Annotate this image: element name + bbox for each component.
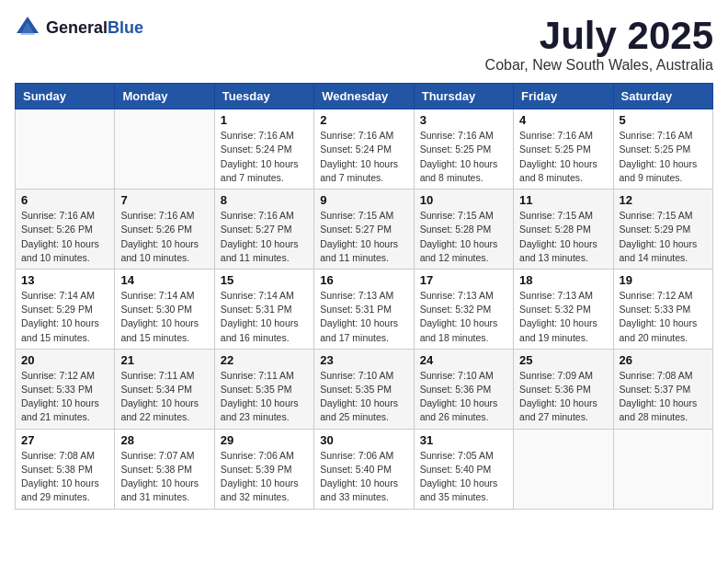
cell-content: Sunrise: 7:16 AMSunset: 5:25 PMDaylight:… [420,129,507,185]
cell-content: Sunrise: 7:06 AMSunset: 5:40 PMDaylight:… [320,449,407,505]
day-number: 23 [320,353,407,367]
day-number: 30 [320,433,407,447]
day-number: 19 [620,273,707,287]
cell-content: Sunrise: 7:15 AMSunset: 5:28 PMDaylight:… [420,209,507,265]
calendar-cell: 15Sunrise: 7:14 AMSunset: 5:31 PMDayligh… [214,269,313,349]
day-number: 28 [120,433,208,447]
cell-content: Sunrise: 7:11 AMSunset: 5:35 PMDaylight:… [221,369,308,425]
cell-content: Sunrise: 7:13 AMSunset: 5:32 PMDaylight:… [420,289,507,345]
calendar-cell: 12Sunrise: 7:15 AMSunset: 5:29 PMDayligh… [613,190,712,270]
calendar-cell: 9Sunrise: 7:15 AMSunset: 5:27 PMDaylight… [314,190,414,270]
day-number: 11 [519,193,607,207]
day-number: 12 [620,193,707,207]
week-row-1: 1Sunrise: 7:16 AMSunset: 5:24 PMDaylight… [16,109,713,190]
cell-content: Sunrise: 7:14 AMSunset: 5:30 PMDaylight:… [120,289,208,345]
weekday-header-saturday: Saturday [613,84,712,109]
day-number: 3 [420,113,507,127]
calendar-table: SundayMondayTuesdayWednesdayThursdayFrid… [15,83,713,509]
day-number: 31 [420,433,507,447]
day-number: 27 [21,433,108,447]
calendar-cell: 22Sunrise: 7:11 AMSunset: 5:35 PMDayligh… [214,349,313,429]
day-number: 22 [221,353,308,367]
calendar-cell [613,429,712,509]
calendar-cell: 21Sunrise: 7:11 AMSunset: 5:34 PMDayligh… [115,349,214,429]
day-number: 5 [620,113,707,127]
week-row-4: 20Sunrise: 7:12 AMSunset: 5:33 PMDayligh… [16,349,713,429]
day-number: 6 [21,193,108,207]
cell-content: Sunrise: 7:16 AMSunset: 5:27 PMDaylight:… [221,209,308,265]
calendar-cell: 10Sunrise: 7:15 AMSunset: 5:28 PMDayligh… [414,190,513,270]
calendar-cell [16,109,115,190]
day-number: 7 [120,193,208,207]
day-number: 4 [519,113,607,127]
cell-content: Sunrise: 7:09 AMSunset: 5:36 PMDaylight:… [519,369,607,425]
calendar-cell: 11Sunrise: 7:15 AMSunset: 5:28 PMDayligh… [514,190,613,270]
calendar-cell: 8Sunrise: 7:16 AMSunset: 5:27 PMDaylight… [214,190,313,270]
calendar-cell: 3Sunrise: 7:16 AMSunset: 5:25 PMDaylight… [414,109,513,190]
calendar-cell: 5Sunrise: 7:16 AMSunset: 5:25 PMDaylight… [613,109,712,190]
calendar-cell: 7Sunrise: 7:16 AMSunset: 5:26 PMDaylight… [115,190,214,270]
cell-content: Sunrise: 7:16 AMSunset: 5:26 PMDaylight:… [21,209,108,265]
calendar-cell: 18Sunrise: 7:13 AMSunset: 5:32 PMDayligh… [514,269,613,349]
day-number: 2 [320,113,407,127]
day-number: 20 [21,353,108,367]
month-title: July 2025 [485,15,713,57]
title-area: July 2025 Cobar, New South Wales, Austra… [485,15,713,74]
calendar-cell: 28Sunrise: 7:07 AMSunset: 5:38 PMDayligh… [115,429,214,509]
weekday-header-thursday: Thursday [414,84,513,109]
week-row-3: 13Sunrise: 7:14 AMSunset: 5:29 PMDayligh… [16,269,713,349]
day-number: 9 [320,193,407,207]
calendar-cell: 26Sunrise: 7:08 AMSunset: 5:37 PMDayligh… [613,349,712,429]
calendar-cell: 6Sunrise: 7:16 AMSunset: 5:26 PMDaylight… [16,190,115,270]
weekday-header-monday: Monday [115,84,214,109]
weekday-header-row: SundayMondayTuesdayWednesdayThursdayFrid… [16,84,713,109]
cell-content: Sunrise: 7:05 AMSunset: 5:40 PMDaylight:… [420,449,507,505]
cell-content: Sunrise: 7:16 AMSunset: 5:25 PMDaylight:… [519,129,607,185]
week-row-2: 6Sunrise: 7:16 AMSunset: 5:26 PMDaylight… [16,190,713,270]
day-number: 8 [221,193,308,207]
calendar-cell: 13Sunrise: 7:14 AMSunset: 5:29 PMDayligh… [16,269,115,349]
day-number: 10 [420,193,507,207]
day-number: 29 [221,433,308,447]
cell-content: Sunrise: 7:08 AMSunset: 5:38 PMDaylight:… [21,449,108,505]
cell-content: Sunrise: 7:10 AMSunset: 5:35 PMDaylight:… [320,369,407,425]
weekday-header-wednesday: Wednesday [314,84,414,109]
page-header: GeneralBlue July 2025 Cobar, New South W… [15,15,713,74]
calendar-cell: 16Sunrise: 7:13 AMSunset: 5:31 PMDayligh… [314,269,414,349]
weekday-header-tuesday: Tuesday [214,84,313,109]
day-number: 15 [221,273,308,287]
cell-content: Sunrise: 7:11 AMSunset: 5:34 PMDaylight:… [120,369,208,425]
cell-content: Sunrise: 7:12 AMSunset: 5:33 PMDaylight:… [21,369,108,425]
day-number: 17 [420,273,507,287]
calendar-cell: 17Sunrise: 7:13 AMSunset: 5:32 PMDayligh… [414,269,513,349]
cell-content: Sunrise: 7:12 AMSunset: 5:33 PMDaylight:… [620,289,707,345]
cell-content: Sunrise: 7:16 AMSunset: 5:24 PMDaylight:… [320,129,407,185]
calendar-cell: 24Sunrise: 7:10 AMSunset: 5:36 PMDayligh… [414,349,513,429]
cell-content: Sunrise: 7:16 AMSunset: 5:24 PMDaylight:… [221,129,308,185]
logo: GeneralBlue [15,15,143,40]
week-row-5: 27Sunrise: 7:08 AMSunset: 5:38 PMDayligh… [16,429,713,509]
day-number: 18 [519,273,607,287]
day-number: 1 [221,113,308,127]
cell-content: Sunrise: 7:14 AMSunset: 5:29 PMDaylight:… [21,289,108,345]
cell-content: Sunrise: 7:16 AMSunset: 5:25 PMDaylight:… [620,129,707,185]
cell-content: Sunrise: 7:10 AMSunset: 5:36 PMDaylight:… [420,369,507,425]
cell-content: Sunrise: 7:14 AMSunset: 5:31 PMDaylight:… [221,289,308,345]
calendar-cell: 23Sunrise: 7:10 AMSunset: 5:35 PMDayligh… [314,349,414,429]
calendar-cell: 30Sunrise: 7:06 AMSunset: 5:40 PMDayligh… [314,429,414,509]
day-number: 16 [320,273,407,287]
day-number: 25 [519,353,607,367]
calendar-cell: 29Sunrise: 7:06 AMSunset: 5:39 PMDayligh… [214,429,313,509]
calendar-cell: 31Sunrise: 7:05 AMSunset: 5:40 PMDayligh… [414,429,513,509]
logo-general-text: GeneralBlue [46,18,143,38]
calendar-cell: 27Sunrise: 7:08 AMSunset: 5:38 PMDayligh… [16,429,115,509]
cell-content: Sunrise: 7:08 AMSunset: 5:37 PMDaylight:… [620,369,707,425]
location-title: Cobar, New South Wales, Australia [485,57,713,74]
cell-content: Sunrise: 7:13 AMSunset: 5:32 PMDaylight:… [519,289,607,345]
cell-content: Sunrise: 7:15 AMSunset: 5:28 PMDaylight:… [519,209,607,265]
weekday-header-friday: Friday [514,84,613,109]
weekday-header-sunday: Sunday [16,84,115,109]
cell-content: Sunrise: 7:15 AMSunset: 5:27 PMDaylight:… [320,209,407,265]
calendar-cell: 20Sunrise: 7:12 AMSunset: 5:33 PMDayligh… [16,349,115,429]
day-number: 21 [120,353,208,367]
